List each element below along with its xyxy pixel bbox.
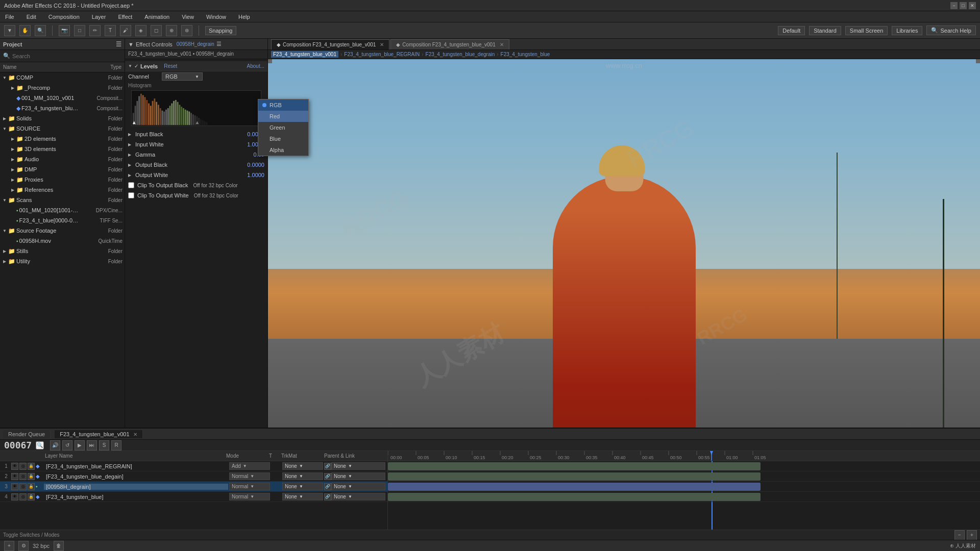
layer-2-trk-dropdown[interactable]: None ▼ — [282, 472, 323, 480]
layer-2-vis[interactable]: 👁 — [11, 473, 18, 480]
tree-item-scan001[interactable]: ▪ 001_MM_1020[1001-1111].dpx DPX/Cine... — [0, 205, 125, 215]
frame-skip-btn[interactable]: ⏭ — [87, 440, 97, 450]
effect-reset-btn[interactable]: Reset — [164, 63, 177, 69]
corner-handle-tl[interactable] — [268, 59, 272, 63]
menu-layer[interactable]: Layer — [90, 13, 108, 21]
menu-animation[interactable]: Animation — [142, 13, 172, 21]
maximize-button[interactable]: □ — [960, 2, 967, 9]
layer-1-trk-dropdown[interactable]: None ▼ — [282, 462, 323, 470]
timeline-search-btn[interactable]: 🔍 — [36, 441, 44, 449]
layer-3-solo[interactable]: ◎ — [19, 483, 27, 490]
tree-item-footage001[interactable]: ▪ 00958H.mov QuickTime — [0, 236, 125, 246]
menu-effect[interactable]: Effect — [116, 13, 134, 21]
breadcrumb-degrain[interactable]: F23_4_tungsten_blue_degrain — [426, 52, 495, 57]
status-delete[interactable]: 🗑 — [54, 541, 64, 551]
tree-item-utility[interactable]: ▶ 📁 Utility Folder — [0, 256, 125, 266]
tree-item-3delements[interactable]: ▶ 📁 3D elements Folder — [0, 144, 125, 154]
tree-item-stills[interactable]: ▶ 📁 Stills Folder — [0, 246, 125, 256]
search-help-box[interactable]: 🔍 Search Help — [926, 26, 976, 35]
minimize-button[interactable]: − — [950, 2, 958, 9]
tree-item-scans[interactable]: ▼ 📁 Scans Folder — [0, 195, 125, 205]
preview-btn[interactable]: ▶ — [75, 440, 85, 450]
status-settings[interactable]: ⚙ — [18, 541, 29, 551]
tree-item-precomp[interactable]: ▶ 📁 _Precomp Folder — [0, 83, 125, 93]
clip-output-black-checkbox[interactable] — [128, 182, 134, 188]
layer-3-parent-link[interactable]: 🔗 — [324, 483, 331, 490]
toggle-switches-label[interactable]: Toggle Switches / Modes — [3, 532, 60, 538]
dropdown-item-alpha[interactable]: Alpha — [258, 144, 308, 156]
track-bar-1[interactable] — [388, 462, 761, 470]
tree-item-2delements[interactable]: ▶ 📁 2D elements Folder — [0, 134, 125, 144]
timeline-zoom-out[interactable]: − — [954, 530, 965, 540]
close-button[interactable]: ✕ — [969, 2, 976, 9]
tool-clone[interactable]: ◈ — [135, 25, 146, 36]
project-panel-menu[interactable]: ☰ — [116, 41, 121, 48]
snapping-toggle[interactable]: Snapping — [205, 26, 236, 35]
timeline-tab-comp[interactable]: F23_4_tungsten_blue_v001 ✕ — [55, 430, 142, 438]
viewer-tab-comp-main[interactable]: ◆ Composition F23_4_tungsten_blue_v001 ✕ — [271, 39, 389, 49]
ec-panel-menu[interactable]: ☰ — [216, 41, 222, 47]
layer-row-3[interactable]: 3 👁 ◎ 🔒 ▪ [00958H_degrain] Normal ▼ None… — [0, 482, 387, 492]
timeline-ruler[interactable]: 00:00 00:05 00:10 00:15 00:20 00:25 00:3… — [388, 451, 980, 461]
workspace-libraries[interactable]: Libraries — [892, 26, 922, 35]
channel-dropdown[interactable]: RGB ▼ — [162, 72, 203, 81]
layer-4-parent-dropdown[interactable]: None ▼ — [331, 493, 385, 500]
timeline-timecode[interactable]: 00067 — [2, 439, 34, 452]
tool-camera[interactable]: 📷 — [59, 25, 70, 36]
play-audio-btn[interactable]: 🔊 — [50, 440, 60, 450]
track-bar-4[interactable] — [388, 493, 761, 501]
timeline-tab-close[interactable]: ✕ — [133, 432, 137, 437]
layer-2-lock[interactable]: 🔒 — [28, 473, 35, 480]
menu-edit[interactable]: Edit — [24, 13, 38, 21]
timeline-zoom-in[interactable]: + — [967, 530, 977, 540]
tool-roto[interactable]: ⊕ — [166, 25, 177, 36]
viewer-tab-comp-second[interactable]: ◆ Composition F23_4_tungsten_blue_v001 ✕ — [390, 39, 509, 49]
tool-zoom[interactable]: 🔍 — [35, 25, 46, 36]
tool-eraser[interactable]: ◻ — [151, 25, 162, 36]
layer-2-solo[interactable]: ◎ — [19, 473, 27, 480]
track-bar-3[interactable] — [388, 483, 761, 491]
tree-item-sourcefootage[interactable]: ▼ 📁 Source Footage Folder — [0, 226, 125, 236]
layer-1-parent-dropdown[interactable]: None ▼ — [331, 462, 385, 470]
tree-item-comp[interactable]: ▼ 📁 COMP Folder — [0, 72, 125, 83]
loop-btn[interactable]: ↺ — [62, 440, 72, 450]
tree-item-dmp[interactable]: ▶ 📁 DMP Folder — [0, 164, 125, 174]
layer-2-parent-dropdown[interactable]: None ▼ — [331, 472, 385, 480]
tool-box[interactable]: □ — [74, 25, 85, 36]
layer-1-lock[interactable]: 🔒 — [28, 463, 35, 470]
layer-3-lock[interactable]: 🔒 — [28, 483, 35, 490]
menu-window[interactable]: Window — [204, 13, 228, 21]
breadcrumb-f23[interactable]: F23_4_tungsten_blue_v001 — [271, 51, 338, 58]
status-new-comp[interactable]: + — [4, 541, 14, 551]
tool-brush[interactable]: 🖌 — [120, 25, 131, 36]
track-bar-2[interactable] — [388, 472, 761, 481]
dropdown-item-green[interactable]: Green — [258, 122, 308, 133]
project-search-input[interactable] — [12, 53, 121, 59]
viewer-tab-close-2[interactable]: ✕ — [500, 42, 504, 47]
workspace-standard[interactable]: Standard — [809, 26, 841, 35]
layer-4-lock[interactable]: 🔒 — [28, 493, 35, 500]
layer-2-mode-dropdown[interactable]: Normal ▼ — [229, 472, 270, 480]
tree-item-proxies[interactable]: ▶ 📁 Proxies Folder — [0, 174, 125, 185]
layer-4-solo[interactable]: ◎ — [19, 493, 27, 500]
layer-3-vis[interactable]: 👁 — [11, 483, 18, 490]
tool-text[interactable]: T — [105, 25, 116, 36]
tree-item-f23[interactable]: ◆ F23_4_tungsten_blue_v001 Composit... — [0, 103, 125, 113]
layer-1-solo[interactable]: ◎ — [19, 463, 27, 470]
effect-about-btn[interactable]: About... — [247, 63, 264, 69]
timeline-tab-render[interactable]: Render Queue — [3, 430, 51, 438]
menu-view[interactable]: View — [180, 13, 196, 21]
layer-4-parent-link[interactable]: 🔗 — [324, 493, 331, 500]
breadcrumb-f23blue[interactable]: F23_4_tungsten_blue — [501, 52, 550, 57]
layer-1-mode-dropdown[interactable]: Add ▼ — [229, 462, 270, 470]
output-black-value[interactable]: 0.0000 — [239, 162, 264, 168]
tree-item-refs[interactable]: ▶ 📁 References Folder — [0, 185, 125, 195]
layer-2-parent-link[interactable]: 🔗 — [324, 473, 331, 480]
layer-row-4[interactable]: 4 👁 ◎ 🔒 ◆ [F23_4_tungsten_blue] Normal ▼… — [0, 492, 387, 502]
breadcrumb-regrain[interactable]: F23_4_tungsten_blue_REGRAIN — [344, 52, 420, 57]
layer-4-vis[interactable]: 👁 — [11, 493, 18, 500]
layer-3-mode-dropdown[interactable]: Normal ▼ — [229, 483, 270, 490]
viewer-tab-close-1[interactable]: ✕ — [380, 42, 384, 47]
tool-pen[interactable]: ✏ — [89, 25, 101, 36]
layer-row-2[interactable]: 2 👁 ◎ 🔒 ◆ [F23_4_tungsten_blue_degain] N… — [0, 471, 387, 482]
